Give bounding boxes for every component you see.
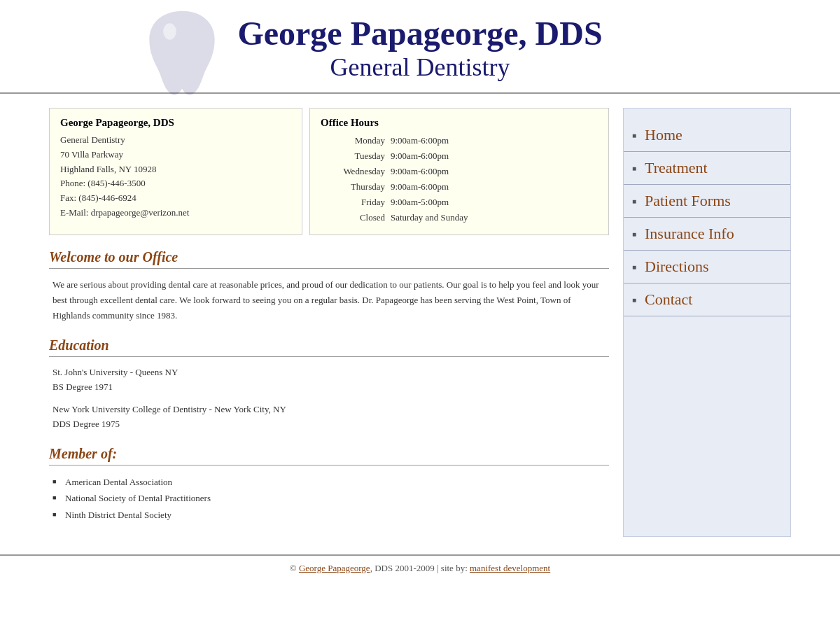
tooth-logo-icon: [140, 7, 224, 105]
page-header: George Papageorge, DDS General Dentistry: [0, 0, 840, 94]
contact-address1: 70 Villa Parkway: [60, 149, 123, 160]
footer-dev-link[interactable]: manifest development: [470, 563, 550, 573]
member-item: Ninth District Dental Society: [52, 507, 609, 523]
nav-link[interactable]: Directions: [645, 258, 709, 275]
footer-copyright: ©: [290, 563, 297, 573]
footer-suffix: , DDS 2001-2009 | site by:: [370, 563, 468, 573]
hours-row: Friday9:00am-5:00pm: [321, 195, 598, 210]
welcome-section: Welcome to our Office We are serious abo…: [49, 249, 609, 323]
education-entry: St. John's University - Queens NYBS Degr…: [49, 365, 609, 395]
contact-email: E-Mail: drpapageorge@verizon.net: [60, 207, 189, 218]
sidebar-item-treatment[interactable]: Treatment: [624, 152, 790, 185]
school-name: New York University College of Dentistry…: [52, 404, 286, 414]
svg-point-0: [163, 23, 176, 39]
sidebar-item-home[interactable]: Home: [624, 119, 790, 152]
hours-row: ClosedSaturday and Sunday: [321, 210, 598, 225]
hours-day: Monday: [321, 133, 391, 148]
member-item: American Dental Association: [52, 474, 609, 490]
member-heading: Member of:: [49, 446, 609, 465]
welcome-heading: Welcome to our Office: [49, 249, 609, 269]
hours-time: 9:00am-6:00pm: [391, 179, 598, 195]
hours-day: Tuesday: [321, 148, 391, 164]
left-content: George Papageorge, DDS General Dentistry…: [49, 108, 609, 537]
school-name: St. John's University - Queens NY: [52, 367, 178, 377]
nav-link[interactable]: Insurance Info: [645, 225, 734, 242]
main-wrapper: George Papageorge, DDS General Dentistry…: [35, 94, 805, 544]
hours-time: 9:00am-6:00pm: [391, 164, 598, 179]
contact-box: George Papageorge, DDS General Dentistry…: [49, 108, 302, 235]
hours-row: Thursday9:00am-6:00pm: [321, 179, 598, 195]
hours-time: 9:00am-6:00pm: [391, 133, 598, 148]
sidebar-item-contact[interactable]: Contact: [624, 284, 790, 316]
nav-link[interactable]: Patient Forms: [645, 192, 731, 209]
hours-day: Friday: [321, 195, 391, 210]
contact-address2: Highland Falls, NY 10928: [60, 164, 156, 174]
sidebar: HomeTreatmentPatient FormsInsurance Info…: [623, 108, 791, 537]
nav-items: HomeTreatmentPatient FormsInsurance Info…: [624, 119, 790, 316]
contact-phone: Phone: (845)-446-3500: [60, 178, 146, 188]
hours-table: Monday9:00am-6:00pmTuesday9:00am-6:00pmW…: [321, 133, 598, 226]
hours-day: Thursday: [321, 179, 391, 195]
nav-link[interactable]: Home: [645, 126, 682, 144]
member-list: American Dental AssociationNational Soci…: [49, 474, 609, 523]
hours-row: Monday9:00am-6:00pm: [321, 133, 598, 148]
member-section: Member of: American Dental AssociationNa…: [49, 446, 609, 523]
page-footer: © George Papageorge, DDS 2001-2009 | sit…: [0, 554, 840, 581]
member-item: National Society of Dental Practitioners: [52, 490, 609, 506]
sidebar-item-patient-forms[interactable]: Patient Forms: [624, 185, 790, 218]
sidebar-item-insurance-info[interactable]: Insurance Info: [624, 218, 790, 251]
hours-day: Wednesday: [321, 164, 391, 179]
sidebar-item-directions[interactable]: Directions: [624, 251, 790, 284]
content-area: George Papageorge, DDS General Dentistry…: [49, 108, 791, 537]
contact-fax: Fax: (845)-446-6924: [60, 192, 136, 203]
hours-row: Tuesday9:00am-6:00pm: [321, 148, 598, 164]
footer-link[interactable]: George Papageorge: [299, 563, 370, 573]
nav-link[interactable]: Contact: [645, 290, 692, 308]
hours-time: Saturday and Sunday: [391, 210, 598, 225]
hours-row: Wednesday9:00am-6:00pm: [321, 164, 598, 179]
site-subtitle: General Dentistry: [0, 52, 840, 82]
degree-name: BS Degree 1971: [52, 382, 113, 392]
hours-title: Office Hours: [321, 117, 598, 129]
education-heading: Education: [49, 337, 609, 357]
info-boxes: George Papageorge, DDS General Dentistry…: [49, 108, 609, 235]
hours-day: Closed: [321, 210, 391, 225]
welcome-text: We are serious about providing dental ca…: [49, 277, 609, 323]
degree-name: DDS Degree 1975: [52, 419, 120, 429]
education-section: Education St. John's University - Queens…: [49, 337, 609, 432]
hours-time: 9:00am-5:00pm: [391, 195, 598, 210]
education-entry: New York University College of Dentistry…: [49, 402, 609, 432]
nav-link[interactable]: Treatment: [645, 159, 708, 176]
hours-time: 9:00am-6:00pm: [391, 148, 598, 164]
site-title: George Papageorge, DDS: [0, 14, 840, 52]
hours-box: Office Hours Monday9:00am-6:00pmTuesday9…: [309, 108, 609, 235]
education-entries: St. John's University - Queens NYBS Degr…: [49, 365, 609, 432]
contact-name: George Papageorge, DDS: [60, 117, 291, 129]
contact-specialty: General Dentistry: [60, 134, 125, 145]
